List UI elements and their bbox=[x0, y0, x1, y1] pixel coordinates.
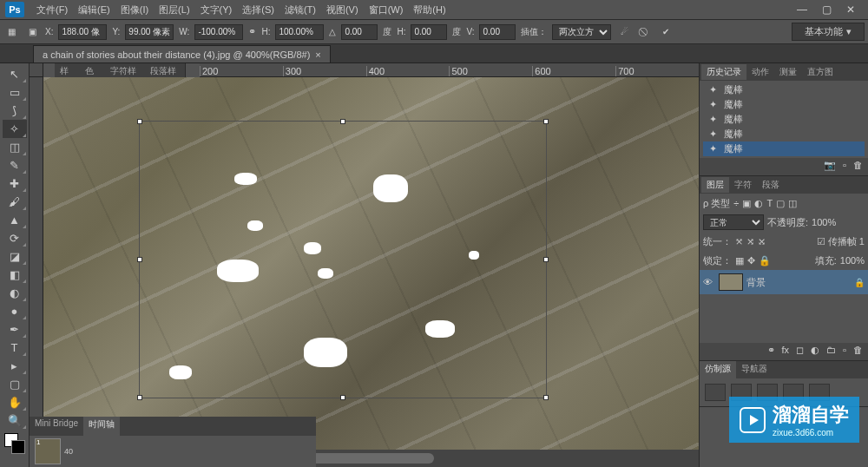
filter-drop[interactable]: ÷ bbox=[733, 198, 739, 208]
clone-src-1[interactable] bbox=[705, 384, 726, 401]
menu-view[interactable]: 视图(V) bbox=[321, 0, 364, 20]
tab-para[interactable]: 段落 bbox=[757, 177, 785, 193]
tab-close-icon[interactable]: × bbox=[315, 49, 320, 60]
zoom-tool[interactable]: 🔍 bbox=[3, 411, 27, 430]
canvas[interactable] bbox=[43, 77, 699, 450]
path-selection-tool[interactable]: ▸ bbox=[3, 357, 27, 375]
h-input[interactable] bbox=[275, 24, 324, 40]
layer-group-icon[interactable]: 🗀 bbox=[826, 345, 836, 358]
crop-tool[interactable]: ◫ bbox=[3, 138, 27, 156]
reference-point-icon[interactable]: ▣ bbox=[24, 24, 40, 40]
eyedropper-tool[interactable]: ✎ bbox=[3, 156, 27, 174]
brush-tool[interactable]: 🖌 bbox=[3, 193, 27, 211]
filter-type-icon[interactable]: T bbox=[766, 198, 773, 208]
cancel-transform-icon[interactable]: ⃠ bbox=[637, 24, 653, 40]
delete-state-icon[interactable]: 🗑 bbox=[853, 160, 863, 174]
history-item[interactable]: ✦魔棒 bbox=[703, 141, 865, 156]
history-brush-tool[interactable]: ⟳ bbox=[3, 229, 27, 247]
lock-pixels-icon[interactable]: ▦ bbox=[735, 255, 744, 266]
unify-vis-icon[interactable]: ⤨ bbox=[746, 236, 754, 247]
tab-actions[interactable]: 动作 bbox=[746, 64, 774, 80]
layer-mask-icon[interactable]: ◻ bbox=[796, 345, 804, 358]
delete-layer-icon[interactable]: 🗑 bbox=[853, 345, 863, 358]
minimize-button[interactable]: — bbox=[790, 2, 814, 17]
menu-edit[interactable]: 编辑(E) bbox=[73, 0, 115, 20]
magic-wand-tool[interactable]: ✧ bbox=[3, 120, 27, 138]
y-input[interactable] bbox=[125, 24, 174, 40]
move-tool[interactable]: ↖ bbox=[3, 65, 27, 83]
warp-icon[interactable]: ☄ bbox=[616, 24, 632, 40]
tab-measurements[interactable]: 测量 bbox=[774, 64, 802, 80]
menu-help[interactable]: 帮助(H) bbox=[408, 0, 450, 20]
tab-history[interactable]: 历史记录 bbox=[701, 64, 746, 80]
tab-mini-bridge[interactable]: Mini Bridge bbox=[30, 417, 83, 436]
menu-image[interactable]: 图像(I) bbox=[115, 0, 154, 20]
menu-layer[interactable]: 图层(L) bbox=[154, 0, 194, 20]
history-item[interactable]: ✦魔棒 bbox=[703, 82, 865, 97]
interpolation-select[interactable]: 两次立方 bbox=[552, 24, 611, 40]
filter-smart-icon[interactable]: ◫ bbox=[788, 198, 797, 209]
color-swatches[interactable] bbox=[4, 433, 25, 454]
eraser-tool[interactable]: ◪ bbox=[3, 247, 27, 266]
close-button[interactable]: ✕ bbox=[838, 2, 863, 17]
background-swatch[interactable] bbox=[11, 440, 25, 454]
new-state-icon[interactable]: ▫ bbox=[843, 160, 846, 174]
shape-tool[interactable]: ▢ bbox=[3, 375, 27, 393]
link-layers-icon[interactable]: ⚭ bbox=[767, 345, 775, 358]
fill-value[interactable]: 100% bbox=[840, 255, 865, 266]
unify-style-icon[interactable]: ⤩ bbox=[758, 236, 766, 247]
adjustment-layer-icon[interactable]: ◐ bbox=[811, 345, 819, 358]
lasso-tool[interactable]: ⟆ bbox=[3, 102, 27, 120]
layer-style-icon[interactable]: fx bbox=[782, 345, 790, 358]
history-item[interactable]: ✦魔棒 bbox=[703, 97, 865, 112]
snapshot-icon[interactable]: 📷 bbox=[824, 160, 836, 174]
tab-navigator[interactable]: 导航器 bbox=[736, 361, 773, 378]
transform-bounding-box[interactable] bbox=[139, 121, 547, 398]
unify-pos-icon[interactable]: ⤧ bbox=[735, 236, 743, 247]
lock-position-icon[interactable]: ✥ bbox=[747, 255, 755, 266]
layer-row[interactable]: 👁 背景 🔒 bbox=[700, 270, 868, 294]
lock-all-icon[interactable]: 🔒 bbox=[759, 255, 771, 266]
filter-image-icon[interactable]: ▣ bbox=[742, 198, 751, 209]
healing-tool[interactable]: ✚ bbox=[3, 174, 27, 193]
tab-timeline[interactable]: 时间轴 bbox=[83, 417, 120, 436]
commit-transform-icon[interactable]: ✔ bbox=[658, 24, 674, 40]
workspace-switcher[interactable]: 基本功能▾ bbox=[792, 23, 865, 41]
tab-clone-source[interactable]: 仿制源 bbox=[700, 361, 736, 378]
clone-stamp-tool[interactable]: ▲ bbox=[3, 211, 27, 229]
tab-char[interactable]: 字符 bbox=[729, 177, 757, 193]
gradient-tool[interactable]: ◧ bbox=[3, 266, 27, 284]
menu-type[interactable]: 文字(Y) bbox=[195, 0, 238, 20]
blur-tool[interactable]: ◐ bbox=[3, 284, 27, 302]
history-item[interactable]: ✦魔棒 bbox=[703, 127, 865, 141]
menu-filter[interactable]: 滤镜(T) bbox=[279, 0, 321, 20]
filter-kind[interactable]: ρ 类型 bbox=[703, 197, 730, 210]
layer-thumbnail[interactable] bbox=[719, 273, 743, 291]
menu-select[interactable]: 选择(S) bbox=[237, 0, 279, 20]
new-layer-icon[interactable]: ▫ bbox=[843, 345, 846, 358]
document-tab[interactable]: a chain of stories about their distance … bbox=[33, 45, 331, 62]
rotate-input[interactable] bbox=[341, 24, 378, 40]
tab-histogram[interactable]: 直方图 bbox=[802, 64, 838, 80]
h-skew-input[interactable] bbox=[411, 24, 447, 40]
type-tool[interactable]: T bbox=[3, 339, 27, 357]
v-skew-input[interactable] bbox=[479, 24, 516, 40]
dodge-tool[interactable]: ● bbox=[3, 302, 27, 320]
layer-name[interactable]: 背景 bbox=[746, 276, 766, 289]
menu-window[interactable]: 窗口(W) bbox=[364, 0, 409, 20]
filter-adjust-icon[interactable]: ◐ bbox=[754, 198, 763, 209]
blend-mode-select[interactable]: 正常 bbox=[703, 214, 764, 230]
filter-shape-icon[interactable]: ▢ bbox=[776, 198, 785, 209]
x-input[interactable] bbox=[58, 24, 107, 40]
tab-layers[interactable]: 图层 bbox=[701, 177, 729, 193]
opacity-value[interactable]: 100% bbox=[812, 217, 836, 227]
propagate-label[interactable]: 传播帧 1 bbox=[828, 236, 865, 247]
visibility-icon[interactable]: 👁 bbox=[703, 277, 715, 287]
history-item[interactable]: ✦魔棒 bbox=[703, 112, 865, 127]
timeline-frame[interactable]: 1 bbox=[35, 438, 61, 464]
w-input[interactable] bbox=[194, 24, 243, 40]
marquee-tool[interactable]: ▭ bbox=[3, 83, 27, 102]
maximize-button[interactable]: ▢ bbox=[814, 2, 838, 17]
menu-file[interactable]: 文件(F) bbox=[31, 0, 73, 20]
hand-tool[interactable]: ✋ bbox=[3, 393, 27, 411]
